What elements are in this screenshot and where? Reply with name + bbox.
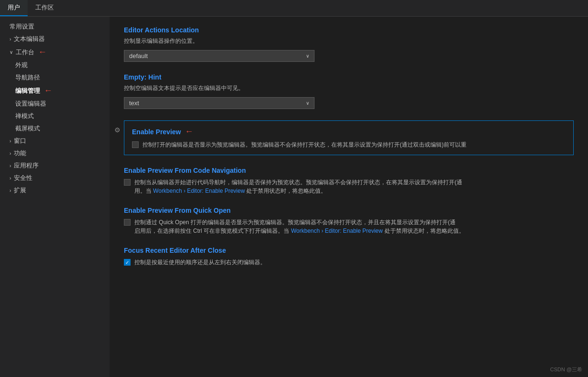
enable-preview-code-nav-title: Enable Preview From Code Navigation (124, 167, 574, 174)
chevron-down-icon: ∨ (10, 50, 13, 55)
empty-hint-section: Empty: Hint 控制空编辑器文本提示是否应在编辑器中可见。 text ∨ (124, 73, 574, 109)
gear-icon[interactable]: ⚙ (114, 126, 121, 134)
sidebar-item-app[interactable]: › 应用程序 (0, 159, 110, 172)
sidebar: 常用设置 › 文本编辑器 ∨ 工作台 ← 外观 导航路径 编辑管理 ← 设置编辑… (0, 17, 110, 377)
enable-preview-title: Enable Preview (132, 128, 181, 136)
enable-preview-code-nav-link[interactable]: Workbench › Editor: Enable Preview (153, 188, 245, 194)
chevron-right-icon-6: › (10, 188, 11, 193)
chevron-right-icon-3: › (10, 151, 11, 156)
chevron-right-icon-2: › (10, 139, 11, 144)
editor-actions-title: Editor Actions Location (124, 26, 574, 34)
focus-recent-editor-desc: 控制是按最近使用的顺序还是从左到右关闭编辑器。 (134, 258, 574, 267)
chevron-right-icon: › (10, 37, 11, 42)
focus-recent-editor-row: 控制是按最近使用的顺序还是从左到右关闭编辑器。 (124, 258, 574, 267)
sidebar-item-window[interactable]: › 窗口 (0, 135, 110, 147)
tab-user[interactable]: 用户 (0, 0, 28, 16)
editor-actions-dropdown[interactable]: default ∨ (124, 50, 314, 62)
sidebar-item-security[interactable]: › 安全性 (0, 172, 110, 184)
focus-recent-editor-title: Focus Recent Editor After Close (124, 247, 574, 254)
empty-hint-title: Empty: Hint (124, 73, 574, 81)
top-tabs: 用户 工作区 (0, 0, 588, 17)
chevron-down-icon: ∨ (306, 53, 309, 59)
enable-preview-section: Enable Preview ← 控制打开的编辑器是否显示为预览编辑器。预览编辑… (124, 120, 574, 155)
enable-preview-code-nav-desc2: 用。当 Workbench › Editor: Enable Preview 处… (134, 187, 574, 195)
enable-preview-quick-open-desc2: 启用后，在选择前按住 Ctrl 可在非预览模式下打开编辑器。当 Workbenc… (134, 227, 574, 235)
editor-actions-location-section: Editor Actions Location 控制显示编辑器操作的位置。 de… (124, 26, 574, 62)
chevron-right-icon-4: › (10, 163, 11, 169)
empty-hint-desc: 控制空编辑器文本提示是否应在编辑器中可见。 (124, 84, 574, 92)
sidebar-item-features[interactable]: › 功能 (0, 147, 110, 159)
sidebar-item-zen-mode[interactable]: 禅模式 (0, 110, 110, 122)
enable-preview-code-nav-row: 控制当从编辑器开始进行代码导航时，编辑器是否保持为预览状态。预览编辑器不会保持打… (124, 178, 574, 195)
focus-recent-editor-section: Focus Recent Editor After Close 控制是按最近使用… (124, 247, 574, 267)
enable-preview-checkbox[interactable] (132, 141, 139, 148)
arrow-annotation-workbench: ← (38, 47, 47, 57)
sidebar-item-nav-path[interactable]: 导航路径 (0, 71, 110, 84)
chevron-right-icon-5: › (10, 176, 11, 181)
empty-hint-dropdown[interactable]: text ∨ (124, 97, 314, 109)
sidebar-item-settings-editor[interactable]: 设置编辑器 (0, 98, 110, 110)
watermark: CSDN @三希 (550, 366, 582, 373)
sidebar-item-editor-mgmt[interactable]: 编辑管理 ← (0, 84, 110, 98)
sidebar-item-extensions[interactable]: › 扩展 (0, 184, 110, 197)
main-layout: 常用设置 › 文本编辑器 ∨ 工作台 ← 外观 导航路径 编辑管理 ← 设置编辑… (0, 17, 588, 377)
sidebar-item-text-editor[interactable]: › 文本编辑器 (0, 33, 110, 45)
enable-preview-code-nav-section: Enable Preview From Code Navigation 控制当从… (124, 167, 574, 195)
sidebar-item-appearance[interactable]: 外观 (0, 59, 110, 71)
sidebar-item-common[interactable]: 常用设置 (0, 20, 110, 33)
enable-preview-quick-open-row: 控制通过 Quick Open 打开的编辑器是否显示为预览编辑器。预览编辑器不会… (124, 218, 574, 235)
enable-preview-quick-open-link[interactable]: Workbench › Editor: Enable Preview (291, 228, 383, 234)
sidebar-item-screen-mode[interactable]: 截屏模式 (0, 122, 110, 135)
enable-preview-quick-open-checkbox[interactable] (124, 219, 131, 226)
focus-recent-editor-checkbox[interactable] (124, 259, 131, 266)
enable-preview-quick-open-desc1: 控制通过 Quick Open 打开的编辑器是否显示为预览编辑器。预览编辑器不会… (134, 218, 574, 227)
enable-preview-desc: 控制打开的编辑器是否显示为预览编辑器。预览编辑器不会保持打开状态，在将其显示设置… (142, 140, 566, 149)
chevron-down-icon-2: ∨ (306, 100, 309, 106)
settings-content: Editor Actions Location 控制显示编辑器操作的位置。 de… (110, 17, 588, 377)
arrow-annotation-preview: ← (185, 127, 193, 137)
enable-preview-checkbox-row: 控制打开的编辑器是否显示为预览编辑器。预览编辑器不会保持打开状态，在将其显示设置… (132, 140, 566, 149)
arrow-annotation-editor: ← (44, 86, 52, 96)
enable-preview-quick-open-section: Enable Preview From Quick Open 控制通过 Quic… (124, 207, 574, 235)
enable-preview-quick-open-title: Enable Preview From Quick Open (124, 207, 574, 214)
tab-workspace[interactable]: 工作区 (28, 0, 61, 16)
enable-preview-code-nav-desc1: 控制当从编辑器开始进行代码导航时，编辑器是否保持为预览状态。预览编辑器不会保持打… (134, 178, 574, 187)
editor-actions-desc: 控制显示编辑器操作的位置。 (124, 37, 574, 45)
sidebar-item-workbench[interactable]: ∨ 工作台 ← (0, 45, 110, 59)
enable-preview-code-nav-checkbox[interactable] (124, 179, 131, 186)
